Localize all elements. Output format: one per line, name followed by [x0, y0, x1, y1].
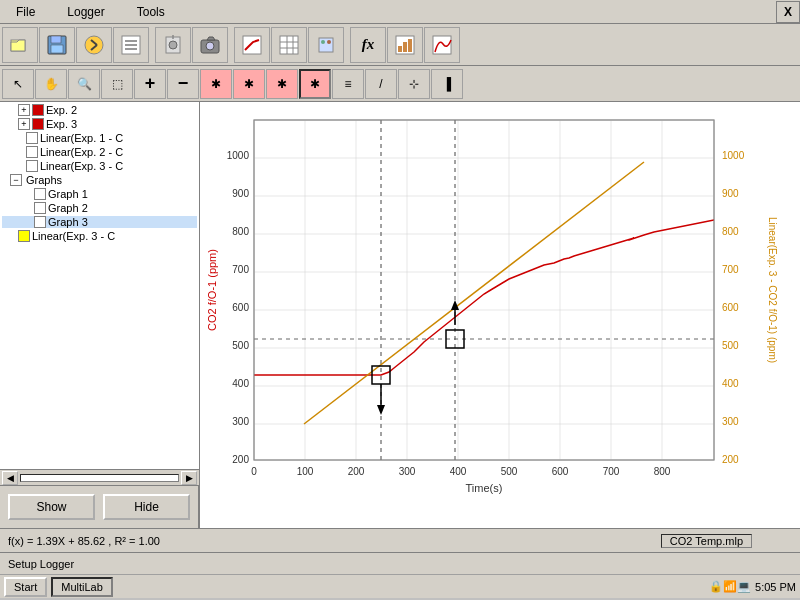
stats-icon[interactable]: [387, 27, 423, 63]
svg-point-25: [321, 40, 325, 44]
device-icon[interactable]: [308, 27, 344, 63]
svg-text:Linear(Exp. 3 - CO2 f/O-1) (pp: Linear(Exp. 3 - CO2 f/O-1) (ppm): [767, 217, 778, 363]
svg-text:Time(s): Time(s): [466, 482, 503, 494]
svg-rect-29: [403, 42, 407, 52]
camera-icon[interactable]: [192, 27, 228, 63]
pointer-btn[interactable]: ↖: [2, 69, 34, 99]
svg-text:700: 700: [232, 264, 249, 275]
svg-rect-30: [408, 39, 412, 52]
svg-point-26: [327, 40, 331, 44]
setup-bar: Setup Logger: [0, 552, 800, 574]
sidebar-item-exp3[interactable]: Exp. 3: [46, 118, 77, 130]
open-icon[interactable]: [2, 27, 38, 63]
color-linear-exp3: [18, 230, 30, 242]
sensor-icon[interactable]: [155, 27, 191, 63]
sidebar-item-graph3[interactable]: Graph 3: [48, 216, 88, 228]
svg-text:200: 200: [348, 466, 365, 477]
select-btn[interactable]: ⬚: [101, 69, 133, 99]
sidebar-item-graph2[interactable]: Graph 2: [48, 202, 88, 214]
sidebar-item-graphs[interactable]: Graphs: [26, 174, 62, 186]
save-icon[interactable]: [39, 27, 75, 63]
scroll-right[interactable]: ▶: [181, 471, 197, 485]
status-bar: f(x) = 1.39X + 85.62 , R² = 1.00 CO2 Tem…: [0, 528, 800, 552]
mark3-btn[interactable]: ✱: [266, 69, 298, 99]
svg-text:900: 900: [232, 188, 249, 199]
mark2-btn[interactable]: ✱: [233, 69, 265, 99]
svg-text:500: 500: [232, 340, 249, 351]
expand-exp3[interactable]: +: [18, 118, 30, 130]
sidebar-item-linear-exp3[interactable]: Linear(Exp. 3 - C: [32, 230, 115, 242]
svg-text:900: 900: [722, 188, 739, 199]
sidebar-item-linear2[interactable]: Linear(Exp. 2 - C: [40, 146, 123, 158]
chart-svg: 200 300 400 500 600 700 800 900 1000 200…: [204, 110, 779, 500]
table-icon[interactable]: [271, 27, 307, 63]
menu-tools[interactable]: Tools: [121, 3, 181, 21]
scroll-left[interactable]: ◀: [2, 471, 18, 485]
svg-text:100: 100: [297, 466, 314, 477]
chart-area: 200 300 400 500 600 700 800 900 1000 200…: [200, 102, 800, 528]
sidebar-item-linear3[interactable]: Linear(Exp. 3 - C: [40, 160, 123, 172]
color-graph3: [34, 216, 46, 228]
mark1-btn[interactable]: ✱: [200, 69, 232, 99]
minus-btn[interactable]: −: [167, 69, 199, 99]
svg-text:200: 200: [722, 454, 739, 465]
start-button[interactable]: Start: [4, 577, 47, 597]
svg-text:1000: 1000: [227, 150, 250, 161]
svg-text:600: 600: [552, 466, 569, 477]
svg-text:400: 400: [232, 378, 249, 389]
setup-label: Setup Logger: [8, 558, 74, 570]
system-icons: 🔒📶💻: [709, 580, 751, 593]
color-exp3: [32, 118, 44, 130]
color-graph2: [34, 202, 46, 214]
expand-exp2[interactable]: +: [18, 104, 30, 116]
svg-text:CO2 f/O-1 (ppm): CO2 f/O-1 (ppm): [206, 249, 218, 331]
plus-btn[interactable]: +: [134, 69, 166, 99]
zoom-btn[interactable]: 🔍: [68, 69, 100, 99]
list-icon[interactable]: [113, 27, 149, 63]
color-exp2: [32, 104, 44, 116]
menu-logger[interactable]: Logger: [51, 3, 120, 21]
cursor-btn[interactable]: ⊹: [398, 69, 430, 99]
svg-text:1000: 1000: [722, 150, 745, 161]
svg-point-13: [169, 41, 177, 49]
svg-text:200: 200: [232, 454, 249, 465]
svg-text:800: 800: [722, 226, 739, 237]
svg-text:600: 600: [232, 302, 249, 313]
svg-text:400: 400: [450, 466, 467, 477]
menu-bar: File Logger Tools X: [0, 0, 800, 24]
close-button[interactable]: X: [776, 1, 800, 23]
hide-button[interactable]: Hide: [103, 494, 190, 520]
toolbar1: fx: [0, 24, 800, 66]
list2-btn[interactable]: ≡: [332, 69, 364, 99]
graph-icon[interactable]: [234, 27, 270, 63]
svg-text:400: 400: [722, 378, 739, 389]
svg-text:800: 800: [654, 466, 671, 477]
mark4-btn[interactable]: ✱: [299, 69, 331, 99]
svg-text:300: 300: [232, 416, 249, 427]
curve-icon[interactable]: [424, 27, 460, 63]
sidebar-item-linear1[interactable]: Linear(Exp. 1 - C: [40, 132, 123, 144]
svg-text:500: 500: [501, 466, 518, 477]
svg-text:600: 600: [722, 302, 739, 313]
svg-text:800: 800: [232, 226, 249, 237]
run-icon[interactable]: [76, 27, 112, 63]
file-display: CO2 Temp.mlp: [661, 534, 752, 548]
svg-marker-1: [11, 40, 25, 51]
show-button[interactable]: Show: [8, 494, 95, 520]
menu-file[interactable]: File: [0, 3, 51, 21]
color-linear1: [26, 132, 38, 144]
taskbar-right: 🔒📶💻 5:05 PM: [709, 580, 796, 593]
formula-icon[interactable]: fx: [350, 27, 386, 63]
sidebar-item-graph1[interactable]: Graph 1: [48, 188, 88, 200]
svg-rect-3: [51, 36, 61, 43]
expand-graphs[interactable]: −: [10, 174, 22, 186]
hand-btn[interactable]: ✋: [35, 69, 67, 99]
sidebar: + Exp. 2 + Exp. 3 Linear(Exp. 1 - C Line…: [0, 102, 200, 469]
svg-rect-24: [319, 38, 333, 52]
svg-text:700: 700: [722, 264, 739, 275]
sidebar-item-exp2[interactable]: Exp. 2: [46, 104, 77, 116]
color-linear3: [26, 160, 38, 172]
multilab-item[interactable]: MultiLab: [51, 577, 113, 597]
bar-btn[interactable]: ▐: [431, 69, 463, 99]
tangent-btn[interactable]: /: [365, 69, 397, 99]
